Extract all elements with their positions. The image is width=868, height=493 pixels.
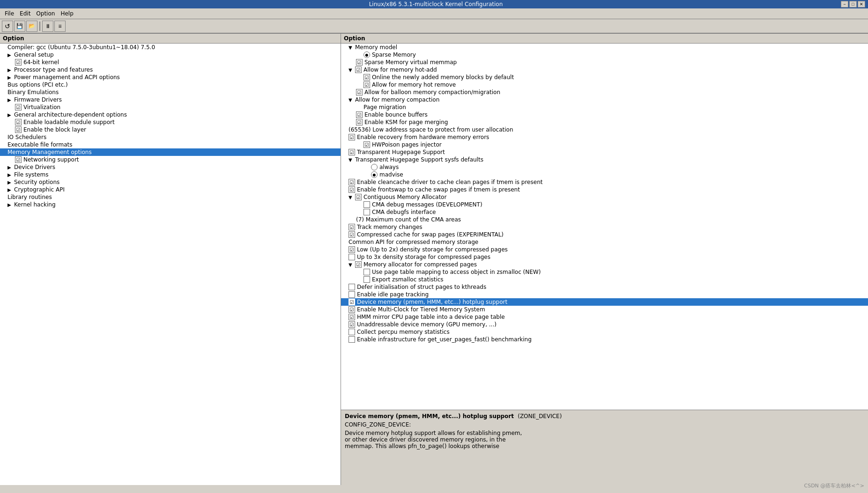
checkbox-hwerr[interactable]: ☑ bbox=[349, 134, 355, 140]
checkbox-loadable[interactable]: ☑ bbox=[15, 119, 22, 125]
checkbox-ksm[interactable]: ☑ bbox=[356, 119, 363, 125]
left-item-64bit[interactable]: ☑ 64-bit kernel bbox=[0, 59, 341, 66]
checkbox-hotremove[interactable]: ☑ bbox=[364, 81, 370, 88]
right-item-ksm[interactable]: ☑ Enable KSM for page merging bbox=[341, 118, 868, 126]
radio-madvise[interactable] bbox=[371, 171, 378, 178]
checkbox-hugepage[interactable]: ☑ bbox=[349, 149, 355, 155]
right-item-cma-debug[interactable]: ☐ CMA debug messages (DEVELOPMENT) bbox=[341, 201, 868, 208]
right-item-sparse-vmemmap[interactable]: ☑ Sparse Memory virtual memmap bbox=[341, 59, 868, 66]
right-item-madvise[interactable]: madvise bbox=[341, 171, 868, 178]
right-item-lowaddr[interactable]: (65536) Low address space to protect fro… bbox=[341, 126, 868, 133]
checkbox-memalloc[interactable]: ☑ bbox=[355, 261, 362, 268]
left-item-processor[interactable]: ▶ Processor type and features bbox=[0, 66, 341, 74]
right-item-allow-hotadd[interactable]: ▼ ☑ Allow for memory hot-add bbox=[341, 66, 868, 74]
left-item-power[interactable]: ▶ Power management and ACPI options bbox=[0, 74, 341, 81]
minimize-button[interactable]: − bbox=[841, 1, 848, 7]
right-item-mem-model[interactable]: ▼ Memory model bbox=[341, 44, 868, 51]
checkbox-3xdensity[interactable]: ☐ bbox=[349, 254, 355, 260]
checkbox-64bit[interactable]: ☑ bbox=[15, 59, 22, 66]
pause-button[interactable]: ⏸ bbox=[42, 21, 53, 32]
left-item-io[interactable]: IO Schedulers bbox=[0, 133, 341, 141]
radio-sparse[interactable] bbox=[364, 52, 370, 58]
checkbox-virt[interactable]: ☑ bbox=[15, 104, 22, 110]
maximize-button[interactable]: □ bbox=[849, 1, 857, 7]
close-button[interactable]: ✕ bbox=[858, 1, 865, 7]
checkbox-cma[interactable]: ☑ bbox=[355, 194, 362, 200]
left-item-memory-mgmt[interactable]: Memory Management options bbox=[0, 148, 341, 156]
right-item-cma[interactable]: ▼ ☑ Contiguous Memory Allocator bbox=[341, 193, 868, 201]
checkbox-block[interactable]: ☑ bbox=[15, 126, 22, 133]
right-item-bounce[interactable]: ☑ Enable bounce buffers bbox=[341, 111, 868, 118]
right-item-defer-init[interactable]: ☐ Defer initialisation of struct pages t… bbox=[341, 283, 868, 291]
left-item-crypto[interactable]: ▶ Cryptographic API bbox=[0, 186, 341, 193]
right-item-track-mem[interactable]: ☑ Track memory changes bbox=[341, 223, 868, 231]
radio-always[interactable] bbox=[371, 164, 378, 170]
right-item-common-api[interactable]: Common API for compressed memory storage bbox=[341, 238, 868, 246]
right-item-hotremove[interactable]: ☑ Allow for memory hot remove bbox=[341, 81, 868, 88]
checkbox-frontswap[interactable]: ☑ bbox=[349, 186, 355, 193]
checkbox-pagetable[interactable]: ☐ bbox=[364, 269, 370, 275]
checkbox-balloon[interactable]: ☑ bbox=[356, 89, 363, 96]
left-item-networking[interactable]: ☑ Networking support bbox=[0, 156, 341, 163]
right-item-hugepage-sysfs[interactable]: ▼ Transparent Hugepage Support sysfs def… bbox=[341, 156, 868, 163]
left-item-device-drivers[interactable]: ▶ Device Drivers bbox=[0, 163, 341, 171]
right-item-hmm-mirror[interactable]: ☑ HMM mirror CPU page table into a devic… bbox=[341, 313, 868, 321]
checkbox-idle[interactable]: ☐ bbox=[349, 291, 355, 298]
checkbox-getuserpages[interactable]: ☐ bbox=[349, 336, 355, 343]
checkbox-bounce[interactable]: ☑ bbox=[356, 111, 363, 118]
left-item-loadable[interactable]: ☑ Enable loadable module support bbox=[0, 118, 341, 126]
checkbox-track[interactable]: ☑ bbox=[349, 224, 355, 230]
left-item-block[interactable]: ☑ Enable the block layer bbox=[0, 126, 341, 133]
list-button[interactable]: ≡ bbox=[54, 21, 66, 32]
right-item-always[interactable]: always bbox=[341, 163, 868, 171]
right-item-get-user-pages[interactable]: ☐ Enable infrastructure for get_user_pag… bbox=[341, 336, 868, 343]
right-item-balloon[interactable]: ☑ Allow for balloon memory compaction/mi… bbox=[341, 88, 868, 96]
right-item-frontswap[interactable]: ☑ Enable frontswap to cache swap pages i… bbox=[341, 186, 868, 193]
left-pane-content[interactable]: Compiler: gcc (Ubuntu 7.5.0-3ubuntu1~18.… bbox=[0, 44, 341, 485]
left-item-compiler[interactable]: Compiler: gcc (Ubuntu 7.5.0-3ubuntu1~18.… bbox=[0, 44, 341, 51]
checkbox-unaddrss[interactable]: ☑ bbox=[349, 321, 355, 328]
right-item-cma-debugfs[interactable]: ☐ CMA debugfs interface bbox=[341, 208, 868, 216]
right-item-unaddressable[interactable]: ☑ Unaddressable device memory (GPU memor… bbox=[341, 321, 868, 328]
left-item-general-setup[interactable]: ▶ General setup bbox=[0, 51, 341, 59]
left-item-firmware[interactable]: ▶ Firmware Drivers bbox=[0, 96, 341, 103]
right-item-low-density[interactable]: ☑ Low (Up to 2x) density storage for com… bbox=[341, 246, 868, 253]
left-item-bus[interactable]: Bus options (PCI etc.) bbox=[0, 81, 341, 88]
right-item-percpu[interactable]: ☐ Collect percpu memory statistics bbox=[341, 328, 868, 336]
checkbox-devmem[interactable]: ☑ bbox=[349, 299, 355, 305]
checkbox-sparse-vmemmap[interactable]: ☑ bbox=[356, 59, 363, 66]
right-item-mem-compact[interactable]: ▼ Allow for memory compaction bbox=[341, 96, 868, 103]
right-item-hugepage[interactable]: ☑ Transparent Hugepage Support bbox=[341, 148, 868, 156]
checkbox-defer[interactable]: ☐ bbox=[349, 284, 355, 290]
right-item-cleancache[interactable]: ☑ Enable cleancache driver to cache clea… bbox=[341, 178, 868, 186]
left-item-file-systems[interactable]: ▶ File systems bbox=[0, 171, 341, 178]
checkbox-compswap[interactable]: ☑ bbox=[349, 231, 355, 238]
right-item-device-memory[interactable]: ☑ Device memory (pmem, HMM, etc...) hotp… bbox=[341, 298, 868, 306]
right-item-multi-clock[interactable]: ☑ Enable Multi-Clock for Tiered Memory S… bbox=[341, 306, 868, 313]
right-item-hw-errors[interactable]: ☑ Enable recovery from hardware memory e… bbox=[341, 133, 868, 141]
open-button[interactable]: 📂 bbox=[26, 21, 37, 32]
checkbox-percpu[interactable]: ☐ bbox=[349, 329, 355, 335]
back-button[interactable]: ↺ bbox=[2, 21, 13, 32]
right-item-export-zsmalloc[interactable]: ☐ Export zsmalloc statistics bbox=[341, 276, 868, 283]
right-pane-content[interactable]: ▼ Memory model Sparse Memory ☑ Sparse Me… bbox=[341, 44, 868, 410]
left-item-exec[interactable]: Executable file formats bbox=[0, 141, 341, 148]
left-item-library[interactable]: Library routines bbox=[0, 193, 341, 201]
left-item-kernel-hacking[interactable]: ▶ Kernel hacking bbox=[0, 201, 341, 208]
menu-edit[interactable]: Edit bbox=[17, 9, 33, 18]
checkbox-cleancache[interactable]: ☑ bbox=[349, 179, 355, 185]
menu-help[interactable]: Help bbox=[58, 9, 76, 18]
menu-file[interactable]: File bbox=[2, 9, 17, 18]
right-item-compressed-swap[interactable]: ☑ Compressed cache for swap pages (EXPER… bbox=[341, 231, 868, 238]
left-item-general-arch[interactable]: ▶ General architecture-dependent options bbox=[0, 111, 341, 118]
right-item-3x-density[interactable]: ☐ Up to 3x density storage for compresse… bbox=[341, 253, 868, 261]
right-item-idle-tracking[interactable]: ☐ Enable idle page tracking bbox=[341, 291, 868, 298]
right-item-page-table-map[interactable]: ☐ Use page table mapping to access objec… bbox=[341, 268, 868, 276]
menu-option[interactable]: Option bbox=[33, 9, 58, 18]
left-item-virtualization[interactable]: ☑ Virtualization bbox=[0, 103, 341, 111]
right-item-online-blocks[interactable]: ☑ Online the newly added memory blocks b… bbox=[341, 74, 868, 81]
checkbox-cma-debugfs[interactable]: ☐ bbox=[364, 209, 370, 215]
checkbox-lowdensity[interactable]: ☑ bbox=[349, 246, 355, 253]
left-item-security[interactable]: ▶ Security options bbox=[0, 178, 341, 186]
checkbox-hwpoison[interactable]: ☑ bbox=[364, 141, 370, 148]
